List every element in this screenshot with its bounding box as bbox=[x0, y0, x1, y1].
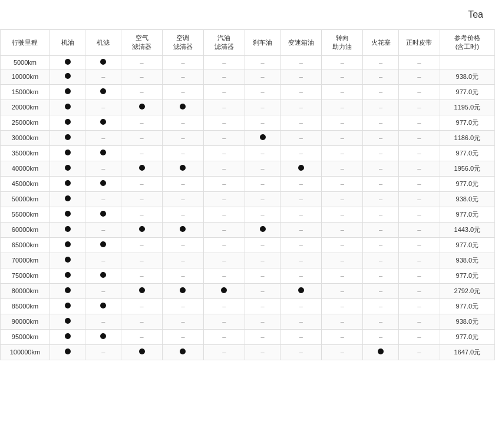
dash-indicator: – bbox=[222, 73, 226, 80]
dot-icon bbox=[100, 59, 106, 65]
dash-indicator: – bbox=[222, 119, 226, 126]
cell-steering: – bbox=[322, 55, 363, 69]
cell-price: 1647.0元 bbox=[440, 344, 494, 360]
cell-gearbox: – bbox=[280, 55, 322, 69]
cell-belt: – bbox=[398, 55, 440, 69]
dash-indicator: – bbox=[222, 318, 226, 325]
cell-spark: – bbox=[363, 69, 399, 84]
dash-indicator: – bbox=[299, 59, 303, 66]
cell-oilFilter bbox=[85, 84, 121, 99]
dash-indicator: – bbox=[140, 73, 143, 80]
cell-airFilter: – bbox=[121, 253, 163, 268]
cell-oilFilter: – bbox=[85, 69, 121, 84]
cell-price: 977.0元 bbox=[440, 115, 494, 130]
cell-gearbox: – bbox=[280, 329, 322, 344]
table-row: 35000km––––––––977.0元 bbox=[1, 145, 495, 161]
dot-icon bbox=[260, 134, 266, 140]
cell-oil bbox=[50, 222, 85, 237]
cell-brakeOil: – bbox=[245, 314, 280, 329]
cell-gearbox bbox=[280, 283, 322, 298]
top-bar-title: Tea bbox=[468, 9, 483, 20]
dash-indicator: – bbox=[299, 104, 303, 111]
cell-airFilter: – bbox=[121, 329, 163, 344]
dot-icon bbox=[65, 134, 71, 140]
cell-mileage: 50000km bbox=[1, 191, 50, 207]
cell-airFilter: – bbox=[121, 130, 163, 145]
cell-airFilter: – bbox=[121, 207, 163, 222]
cell-price: 977.0元 bbox=[440, 207, 494, 222]
table-row: 90000km–––––––––938.0元 bbox=[1, 314, 495, 329]
cell-acFilter: – bbox=[162, 329, 203, 344]
dash-indicator: – bbox=[379, 180, 382, 187]
cell-mileage: 45000km bbox=[1, 176, 50, 191]
cell-brakeOil: – bbox=[245, 176, 280, 191]
cell-spark: – bbox=[363, 222, 399, 237]
cell-gearbox: – bbox=[280, 268, 322, 283]
cell-belt: – bbox=[398, 99, 440, 115]
cell-brakeOil: – bbox=[245, 55, 280, 69]
cell-oilFilter: – bbox=[85, 191, 121, 207]
dash-indicator: – bbox=[222, 303, 226, 310]
cell-brakeOil: – bbox=[245, 329, 280, 344]
dash-indicator: – bbox=[299, 349, 303, 356]
dash-indicator: – bbox=[341, 349, 344, 356]
dash-indicator: – bbox=[181, 59, 184, 66]
cell-spark: – bbox=[363, 283, 399, 298]
cell-oil bbox=[50, 69, 85, 84]
table-row: 70000km–––––––––938.0元 bbox=[1, 253, 495, 268]
dot-icon bbox=[100, 241, 106, 247]
cell-gearbox: – bbox=[280, 222, 322, 237]
dash-indicator: – bbox=[379, 119, 382, 126]
cell-spark: – bbox=[363, 55, 399, 69]
cell-airFilter bbox=[121, 161, 163, 176]
dash-indicator: – bbox=[341, 59, 344, 66]
dot-icon bbox=[65, 241, 71, 247]
dash-indicator: – bbox=[222, 180, 226, 187]
dot-icon bbox=[65, 73, 71, 79]
dash-indicator: – bbox=[261, 195, 265, 203]
cell-price: 977.0元 bbox=[440, 298, 494, 314]
cell-gearbox: – bbox=[280, 298, 322, 314]
dash-indicator: – bbox=[140, 195, 143, 203]
dash-indicator: – bbox=[181, 257, 184, 264]
dot-icon bbox=[65, 333, 71, 339]
cell-brakeOil: – bbox=[245, 283, 280, 298]
dash-indicator: – bbox=[261, 241, 265, 248]
cell-brakeOil: – bbox=[245, 253, 280, 268]
cell-mileage: 60000km bbox=[1, 222, 50, 237]
header-mileage: 行驶里程 bbox=[1, 30, 50, 56]
dot-icon bbox=[139, 226, 145, 232]
header-fuel-filter: 汽油滤清器 bbox=[203, 30, 245, 56]
dash-indicator: – bbox=[299, 211, 303, 218]
dot-icon bbox=[139, 287, 145, 293]
cell-oilFilter bbox=[85, 115, 121, 130]
cell-brakeOil: – bbox=[245, 298, 280, 314]
cell-oil bbox=[50, 268, 85, 283]
dash-indicator: – bbox=[181, 134, 184, 141]
dash-indicator: – bbox=[417, 104, 421, 111]
cell-fuelFilter: – bbox=[203, 207, 245, 222]
dot-icon bbox=[221, 287, 227, 293]
dot-icon bbox=[65, 226, 71, 232]
cell-gearbox: – bbox=[280, 207, 322, 222]
dash-indicator: – bbox=[379, 272, 382, 279]
cell-gearbox: – bbox=[280, 130, 322, 145]
cell-spark bbox=[363, 344, 399, 360]
dash-indicator: – bbox=[101, 73, 105, 80]
table-row: 20000km–––––––1195.0元 bbox=[1, 99, 495, 115]
header-price: 参考价格(含工时) bbox=[440, 30, 494, 56]
cell-fuelFilter: – bbox=[203, 298, 245, 314]
cell-steering: – bbox=[322, 222, 363, 237]
dot-icon bbox=[100, 88, 106, 94]
cell-oilFilter bbox=[85, 298, 121, 314]
cell-fuelFilter: – bbox=[203, 344, 245, 360]
table-row: 95000km––––––––977.0元 bbox=[1, 329, 495, 344]
table-row: 80000km–––––2792.0元 bbox=[1, 283, 495, 298]
cell-oil bbox=[50, 253, 85, 268]
cell-oilFilter bbox=[85, 176, 121, 191]
dash-indicator: – bbox=[341, 287, 344, 294]
cell-steering: – bbox=[322, 207, 363, 222]
dot-icon bbox=[65, 211, 71, 217]
dash-indicator: – bbox=[417, 88, 421, 95]
cell-fuelFilter: – bbox=[203, 84, 245, 99]
